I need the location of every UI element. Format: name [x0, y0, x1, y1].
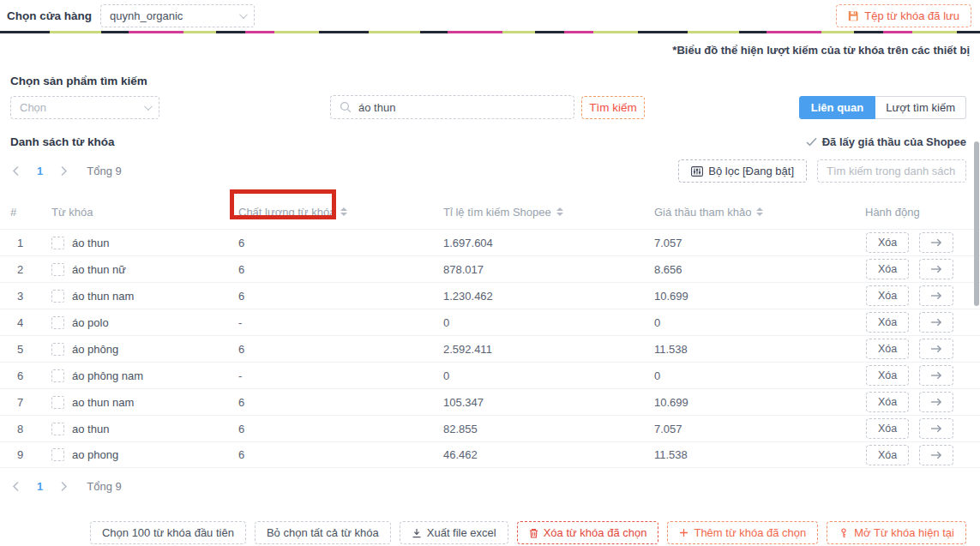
row-actions: Xóa: [848, 418, 980, 439]
row-checkbox[interactable]: [51, 263, 64, 276]
next-page-button[interactable]: [60, 165, 68, 177]
next-page-button[interactable]: [60, 481, 68, 492]
keyword-text: áo phông nam: [72, 369, 143, 382]
export-excel-button[interactable]: Xuất file excel: [400, 521, 508, 544]
search-button[interactable]: Tìm kiếm: [581, 96, 645, 119]
quality-value: 6: [221, 263, 426, 276]
col-search-rate[interactable]: Tỉ lệ tìm kiếm Shopee: [426, 206, 637, 219]
toggle-search-volume[interactable]: Lượt tìm kiếm: [875, 96, 966, 119]
table-row: 3 áo thun nam 6 1.230.462 10.699 Xóa: [0, 282, 980, 309]
prev-page-button[interactable]: [12, 165, 20, 177]
row-checkbox[interactable]: [51, 343, 64, 356]
delete-row-button[interactable]: Xóa: [866, 445, 909, 465]
product-select[interactable]: Chọn: [10, 96, 159, 119]
delete-row-button[interactable]: Xóa: [866, 418, 909, 439]
filter-sliders-icon: [691, 166, 703, 177]
row-index: 5: [0, 343, 41, 356]
go-arrow-button[interactable]: [919, 232, 953, 253]
keyword-cell: áo thun nữ: [41, 263, 221, 276]
go-arrow-button[interactable]: [919, 418, 953, 439]
sort-icon[interactable]: [340, 207, 347, 216]
scrollbar-thumb[interactable]: [974, 141, 979, 306]
row-checkbox[interactable]: [51, 423, 64, 435]
total-count: Tổng 9: [87, 165, 121, 177]
row-checkbox[interactable]: [51, 448, 64, 461]
select-first-100-button[interactable]: Chọn 100 từ khóa đầu tiên: [90, 521, 246, 544]
footer-actions: Chọn 100 từ khóa đầu tiên Bỏ chọn tất cả…: [0, 521, 980, 544]
row-index: 7: [0, 396, 41, 409]
search-rate-value: 0: [426, 369, 637, 382]
go-arrow-button[interactable]: [919, 339, 953, 359]
go-arrow-button[interactable]: [919, 392, 953, 412]
add-selected-button[interactable]: Thêm từ khóa đã chọn: [667, 521, 818, 544]
bottom-pagination-row: 1 Tổng 9: [0, 475, 980, 498]
col-bid-label: Giá thầu tham khảo: [654, 206, 751, 219]
row-checkbox[interactable]: [51, 396, 64, 409]
go-arrow-button[interactable]: [919, 312, 953, 333]
go-arrow-button[interactable]: [919, 259, 953, 279]
delete-row-button[interactable]: Xóa: [866, 232, 909, 253]
keyword-cell: ao thun: [41, 423, 221, 435]
bid-value: 11.538: [637, 448, 848, 461]
table-row: 2 áo thun nữ 6 878.017 8.656 Xóa: [0, 255, 980, 282]
col-quality-label: Chất lượng từ khóa: [238, 206, 335, 219]
row-actions: Xóa: [848, 445, 980, 465]
list-search-input[interactable]: [817, 159, 966, 183]
row-checkbox[interactable]: [51, 290, 64, 303]
sort-icon[interactable]: [556, 207, 563, 216]
go-arrow-button[interactable]: [919, 365, 953, 386]
go-arrow-button[interactable]: [919, 285, 953, 306]
row-index: 2: [0, 263, 41, 276]
table-row: 9 ao phong 6 46.462 11.538 Xóa: [0, 441, 980, 468]
pagination-bottom: 1 Tổng 9: [12, 480, 122, 493]
current-page[interactable]: 1: [37, 480, 43, 493]
delete-row-button[interactable]: Xóa: [866, 312, 909, 333]
keyword-text: áo thun: [72, 237, 109, 249]
toggle-related[interactable]: Liên quan: [799, 96, 875, 119]
filter-button[interactable]: Bộ lọc [Đang bật]: [678, 159, 807, 183]
footer-button-label: Thêm từ khóa đã chọn: [694, 526, 806, 539]
list-title-row: Danh sách từ khóa Đã lấy giá thầu của Sh…: [0, 135, 980, 148]
prev-page-button[interactable]: [12, 481, 20, 492]
bid-value: 0: [637, 316, 848, 329]
current-page[interactable]: 1: [37, 165, 43, 177]
keyword-text: ao thun nam: [72, 396, 134, 409]
row-index: 3: [0, 290, 41, 303]
go-arrow-button[interactable]: [919, 445, 953, 465]
delete-row-button[interactable]: Xóa: [866, 339, 909, 359]
row-index: 9: [0, 448, 41, 461]
delete-row-button[interactable]: Xóa: [866, 259, 909, 279]
open-current-keyword-button[interactable]: Mở Từ khóa hiện tại: [827, 521, 966, 544]
deselect-all-button[interactable]: Bỏ chọn tất cả từ khóa: [255, 521, 391, 544]
search-rate-value: 1.697.604: [426, 237, 637, 249]
delete-selected-button[interactable]: Xóa từ khóa đã chọn: [517, 521, 659, 544]
delete-row-button[interactable]: Xóa: [866, 285, 909, 306]
delete-row-button[interactable]: Xóa: [866, 392, 909, 412]
row-actions: Xóa: [848, 339, 980, 359]
sort-icon[interactable]: [756, 207, 763, 216]
quality-value: 6: [221, 448, 426, 461]
table-row: 1 áo thun 6 1.697.604 7.057 Xóa: [0, 229, 980, 255]
keyword-search-input[interactable]: [358, 101, 565, 114]
shopee-bid-note-text: Đã lấy giá thầu của Shopee: [822, 135, 966, 148]
col-quality[interactable]: Chất lượng từ khóa: [221, 206, 426, 219]
keyword-cell: áo thun nam: [41, 290, 221, 303]
delete-row-button[interactable]: Xóa: [866, 365, 909, 386]
keyword-search-box[interactable]: [330, 95, 574, 119]
product-search-label: Chọn sản phẩm tìm kiếm: [10, 75, 980, 87]
store-select[interactable]: quynh_organic: [100, 4, 255, 27]
saved-keyword-file-button[interactable]: Tệp từ khóa đã lưu: [836, 4, 971, 27]
bid-value: 7.057: [637, 423, 848, 435]
row-checkbox[interactable]: [51, 237, 64, 249]
row-checkbox[interactable]: [51, 316, 64, 329]
bid-value: 8.656: [637, 263, 848, 276]
search-rate-value: 2.592.411: [426, 343, 637, 356]
list-tools: Bộ lọc [Đang bật]: [678, 159, 966, 183]
bid-value: 10.699: [637, 396, 848, 409]
bid-value: 10.699: [637, 290, 848, 303]
quality-value: 6: [221, 423, 426, 435]
col-index: #: [0, 206, 41, 219]
row-checkbox[interactable]: [51, 369, 64, 382]
col-bid[interactable]: Giá thầu tham khảo: [637, 206, 848, 219]
quality-value: 6: [221, 290, 426, 303]
